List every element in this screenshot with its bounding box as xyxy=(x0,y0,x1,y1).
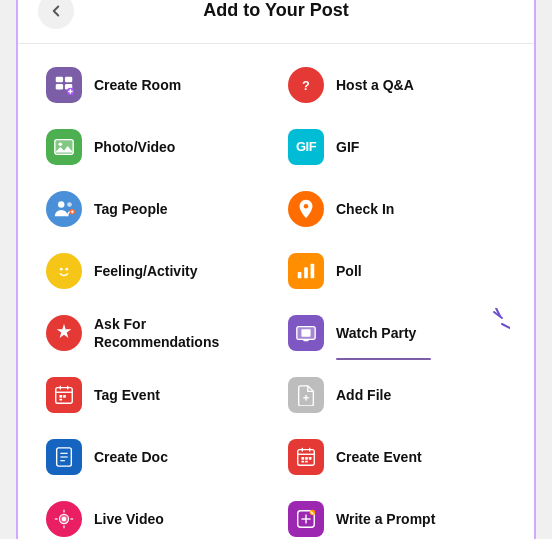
gif-label: GIF xyxy=(336,138,359,156)
item-tag-event[interactable]: Tag Event xyxy=(34,364,276,426)
svg-rect-22 xyxy=(311,263,315,278)
svg-point-16 xyxy=(304,204,309,209)
svg-point-17 xyxy=(55,262,73,280)
add-file-label: Add File xyxy=(336,386,391,404)
live-video-icon xyxy=(46,501,82,537)
write-prompt-icon: ✎ xyxy=(288,501,324,537)
options-grid: Create Room ? Host a Q&A Photo/Video xyxy=(18,44,534,539)
item-create-event[interactable]: Create Event xyxy=(276,426,518,488)
ask-recommendations-icon xyxy=(46,315,82,351)
create-event-label: Create Event xyxy=(336,448,422,466)
tag-event-label: Tag Event xyxy=(94,386,160,404)
item-host-qa[interactable]: ? Host a Q&A xyxy=(276,54,518,116)
item-feeling-activity[interactable]: Feeling/Activity xyxy=(34,240,276,302)
svg-rect-49 xyxy=(309,457,312,460)
item-check-in[interactable]: Check In xyxy=(276,178,518,240)
add-file-icon xyxy=(288,377,324,413)
sparkle-decoration xyxy=(474,308,510,336)
check-in-label: Check In xyxy=(336,200,394,218)
create-doc-label: Create Doc xyxy=(94,448,168,466)
poll-icon xyxy=(288,253,324,289)
svg-rect-26 xyxy=(303,339,309,341)
item-poll[interactable]: Poll xyxy=(276,240,518,302)
svg-rect-21 xyxy=(304,267,308,278)
svg-rect-50 xyxy=(301,461,304,463)
create-doc-icon xyxy=(46,439,82,475)
svg-rect-0 xyxy=(56,77,63,83)
item-ask-recommendations[interactable]: Ask For Recommendations xyxy=(34,302,276,364)
svg-point-12 xyxy=(67,202,72,207)
feeling-activity-label: Feeling/Activity xyxy=(94,262,197,280)
item-add-file[interactable]: Add File xyxy=(276,364,518,426)
item-create-doc[interactable]: Create Doc xyxy=(34,426,276,488)
item-photo-video[interactable]: Photo/Video xyxy=(34,116,276,178)
svg-text:✎: ✎ xyxy=(310,512,314,517)
create-room-icon xyxy=(46,67,82,103)
add-to-post-modal: Add to Your Post Create Room xyxy=(16,0,536,539)
svg-rect-25 xyxy=(301,329,310,336)
create-room-label: Create Room xyxy=(94,76,181,94)
svg-rect-48 xyxy=(305,457,308,460)
poll-label: Poll xyxy=(336,262,362,280)
svg-rect-47 xyxy=(301,457,304,460)
tag-event-icon xyxy=(46,377,82,413)
item-tag-people[interactable]: Tag People xyxy=(34,178,276,240)
svg-text:?: ? xyxy=(302,77,310,92)
check-in-icon xyxy=(288,191,324,227)
modal-title: Add to Your Post xyxy=(203,0,348,21)
svg-rect-34 xyxy=(59,395,62,398)
svg-rect-20 xyxy=(298,272,302,278)
svg-rect-35 xyxy=(63,395,66,398)
create-event-icon xyxy=(288,439,324,475)
svg-rect-1 xyxy=(65,77,72,83)
svg-point-11 xyxy=(58,201,64,207)
svg-line-29 xyxy=(502,324,510,328)
item-watch-party[interactable]: Watch Party xyxy=(276,302,518,364)
feeling-activity-icon xyxy=(46,253,82,289)
svg-point-19 xyxy=(65,268,68,271)
watch-party-icon xyxy=(288,315,324,351)
tag-people-label: Tag People xyxy=(94,200,168,218)
svg-point-18 xyxy=(60,268,63,271)
item-write-prompt[interactable]: ✎ Write a Prompt xyxy=(276,488,518,539)
ask-recommendations-label: Ask For Recommendations xyxy=(94,315,219,351)
photo-video-label: Photo/Video xyxy=(94,138,175,156)
item-gif[interactable]: GIF GIF xyxy=(276,116,518,178)
back-button[interactable] xyxy=(38,0,74,29)
item-live-video[interactable]: Live Video xyxy=(34,488,276,539)
watch-party-underline xyxy=(336,358,431,361)
svg-rect-2 xyxy=(56,84,63,90)
watch-party-label: Watch Party xyxy=(336,324,416,342)
svg-point-54 xyxy=(62,517,67,522)
live-video-label: Live Video xyxy=(94,510,164,528)
svg-rect-51 xyxy=(305,461,308,463)
svg-point-10 xyxy=(59,142,63,146)
host-qa-icon: ? xyxy=(288,67,324,103)
photo-video-icon xyxy=(46,129,82,165)
gif-icon: GIF xyxy=(288,129,324,165)
modal-header: Add to Your Post xyxy=(18,0,534,44)
item-create-room[interactable]: Create Room xyxy=(34,54,276,116)
svg-rect-36 xyxy=(59,399,62,401)
write-prompt-label: Write a Prompt xyxy=(336,510,435,528)
host-qa-label: Host a Q&A xyxy=(336,76,414,94)
tag-people-icon xyxy=(46,191,82,227)
